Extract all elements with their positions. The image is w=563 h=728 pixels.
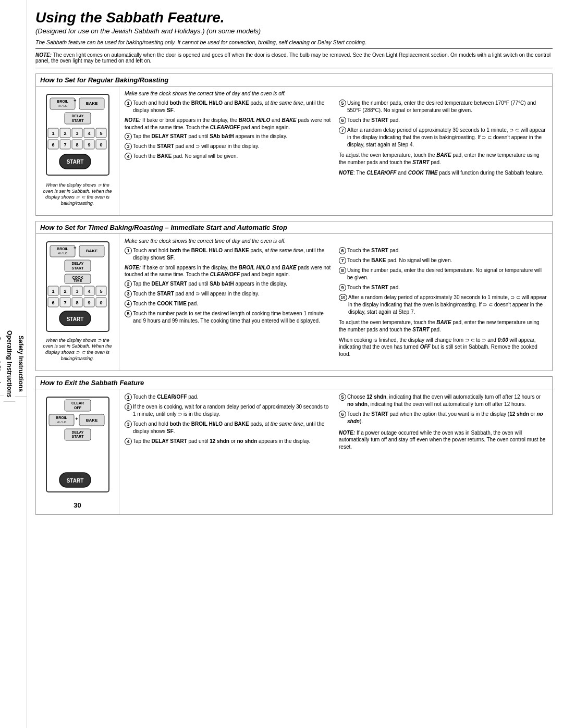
step-text-2-4: Touch the COOK TIME pad. <box>133 300 333 307</box>
step-2-10: 10 After a random delay period of approx… <box>339 294 547 316</box>
step-2-1: 1 Touch and hold both the BROIL HI/LO an… <box>125 247 333 262</box>
step-2-9: 9 Touch the START pad. <box>339 284 547 291</box>
step-text-2-8: Using the number pads, enter the desired… <box>347 267 547 281</box>
device-svg-2: BROIL HI / LO + BAKE DELAY START COOK TI… <box>44 239 112 336</box>
svg-text:CLEAR: CLEAR <box>71 401 83 405</box>
svg-text:0: 0 <box>100 300 102 305</box>
step-num-3-4: 4 <box>125 438 132 445</box>
svg-text:5: 5 <box>100 131 102 136</box>
device-svg-1: BROIL HI / LO + BAKE DELAY START 1 <box>44 92 112 180</box>
svg-text:BAKE: BAKE <box>85 249 97 253</box>
svg-text:5: 5 <box>100 289 102 294</box>
page-subtitle: (Designed for use on the Jewish Sabbath … <box>35 27 553 35</box>
step-num-2-4: 4 <box>125 300 132 307</box>
svg-text:3: 3 <box>76 131 78 136</box>
step-text-2-5: Touch the number pads to set the desired… <box>133 310 333 325</box>
svg-text:7: 7 <box>64 142 66 147</box>
svg-text:BROIL: BROIL <box>57 100 69 103</box>
step-1-4: 4 Touch the BAKE pad. No signal will be … <box>125 153 333 160</box>
svg-text:DELAY: DELAY <box>71 430 83 434</box>
step-num-3-3: 3 <box>125 421 132 428</box>
step-1-1: 1 Touch and hold both the BROIL HI/LO an… <box>125 100 333 114</box>
sidebar-section-safety: Safety Instructions <box>15 331 27 397</box>
main-content: Using the Sabbath Feature. (Designed for… <box>27 0 563 728</box>
svg-text:START: START <box>71 266 84 270</box>
svg-text:START: START <box>71 435 84 438</box>
svg-text:4: 4 <box>88 131 90 136</box>
svg-text:9: 9 <box>88 300 90 305</box>
section2-intro: Make sure the clock shows the correct ti… <box>125 238 547 244</box>
step-text-1-5: Using the number pads, enter the desired… <box>347 100 547 114</box>
page-title: Using the Sabbath Feature. <box>35 9 553 26</box>
step-num-2-8: 8 <box>339 267 346 274</box>
svg-text:BAKE: BAKE <box>85 101 97 106</box>
section2-device-col: BROIL HI / LO + BAKE DELAY START COOK TI… <box>36 234 119 371</box>
svg-text:BROIL: BROIL <box>56 416 68 419</box>
step-num-3-6: 6 <box>339 411 346 418</box>
svg-text:BROIL: BROIL <box>57 247 69 251</box>
step-num-1-1: 1 <box>125 100 132 107</box>
section3-instructions: 1 Touch the CLEAR/OFF pad. 2 If the oven… <box>119 389 552 514</box>
svg-text:8: 8 <box>76 300 78 305</box>
section2-steps-left: 1 Touch and hold both the BROIL HI/LO an… <box>125 247 333 360</box>
page-intro: The Sabbath feature can be used for baki… <box>35 39 553 49</box>
step-num-3-5: 5 <box>339 393 346 401</box>
svg-text:7: 7 <box>64 300 66 305</box>
section1-device-col: BROIL HI / LO + BAKE DELAY START 1 <box>36 87 119 215</box>
section2-instructions: Make sure the clock shows the correct ti… <box>119 234 552 371</box>
sidebar: Safety Instructions Operating Instructio… <box>0 0 27 728</box>
svg-text:TIME: TIME <box>73 279 82 282</box>
sidebar-section-care: Care and Cleaning <box>0 332 4 396</box>
section3-device: CLEAR OFF BROIL HI / LO + BAKE DELAY STA… <box>44 394 112 496</box>
svg-text:9: 9 <box>88 142 90 147</box>
section3-header: How to Exit the Sabbath Feature <box>36 377 552 389</box>
step-2-8: 8 Using the number pads, enter the desir… <box>339 267 547 281</box>
svg-text:+: + <box>74 98 76 103</box>
step-num-2-5: 5 <box>125 310 132 317</box>
svg-text:3: 3 <box>76 289 78 294</box>
step-text-3-1: Touch the CLEAR/OFF pad. <box>133 393 333 401</box>
step-3-4: 4 Tap the DELAY START pad until 12 shdn … <box>125 438 333 445</box>
sidebar-section-operating: Operating Instructions <box>4 326 15 402</box>
step-text-2-9: Touch the START pad. <box>347 284 547 291</box>
step-2-6: 6 Touch the START pad. <box>339 247 547 254</box>
section3-power-note: NOTE: If a power outage occurred while t… <box>339 429 547 451</box>
section3-steps-left: 1 Touch the CLEAR/OFF pad. 2 If the oven… <box>125 393 333 453</box>
step-2-7: 7 Touch the BAKE pad. No signal will be … <box>339 257 547 264</box>
section-regular-baking: How to Set for Regular Baking/Roasting B… <box>35 73 553 216</box>
svg-text:2: 2 <box>64 131 66 136</box>
step-num-2-7: 7 <box>339 257 346 264</box>
step-2-3: 3 Touch the START pad and ⊃ will appear … <box>125 290 333 298</box>
svg-text:HI / LO: HI / LO <box>56 421 66 424</box>
step-3-1: 1 Touch the CLEAR/OFF pad. <box>125 393 333 401</box>
step-text-1-3: Touch the START pad and ⊃ will appear in… <box>133 143 333 150</box>
section1-header: How to Set for Regular Baking/Roasting <box>36 74 552 87</box>
svg-text:1: 1 <box>52 131 54 136</box>
step-2-5: 5 Touch the number pads to set the desir… <box>125 310 333 325</box>
step-num-1-7: 7 <box>339 127 346 134</box>
step-num-2-3: 3 <box>125 290 132 298</box>
svg-text:START: START <box>71 119 84 122</box>
svg-text:OFF: OFF <box>74 406 82 410</box>
section-timed-baking: How to Set for Timed Baking/Roasting – I… <box>35 221 553 371</box>
section-exit-sabbath: How to Exit the Sabbath Feature CLEAR OF… <box>35 376 553 515</box>
step-text-2-7: Touch the BAKE pad. No signal will be gi… <box>347 257 547 264</box>
step-text-2-6: Touch the START pad. <box>347 247 547 254</box>
step-2-4: 4 Touch the COOK TIME pad. <box>125 300 333 307</box>
step-num-2-9: 9 <box>339 284 346 291</box>
step-1-2: 2 Tap the DELAY START pad until SAb bAtH… <box>125 133 333 140</box>
step-num-2-1: 1 <box>125 247 132 254</box>
step-3-5: 5 Choose 12 shdn, indicating that the ov… <box>339 393 547 408</box>
section1-steps-left: 1 Touch and hold both the BROIL HI/LO an… <box>125 100 333 179</box>
section1-intro: Make sure the clock shows the correct ti… <box>125 91 547 96</box>
step-text-3-2: If the oven is cooking, wait for a rando… <box>133 403 333 418</box>
step-num-3-1: 1 <box>125 393 132 401</box>
svg-text:4: 4 <box>88 289 90 294</box>
section2-steps: 1 Touch and hold both the BROIL HI/LO an… <box>125 247 547 360</box>
note-2-1: NOTE: If bake or broil appears in the di… <box>125 264 333 278</box>
step-text-3-4: Tap the DELAY START pad until 12 shdn or… <box>133 438 333 445</box>
step-num-1-4: 4 <box>125 153 132 160</box>
svg-text:6: 6 <box>52 300 54 305</box>
section2-caption: When the display shows ⊃ the oven is set… <box>40 338 115 362</box>
step-num-1-5: 5 <box>339 100 346 107</box>
